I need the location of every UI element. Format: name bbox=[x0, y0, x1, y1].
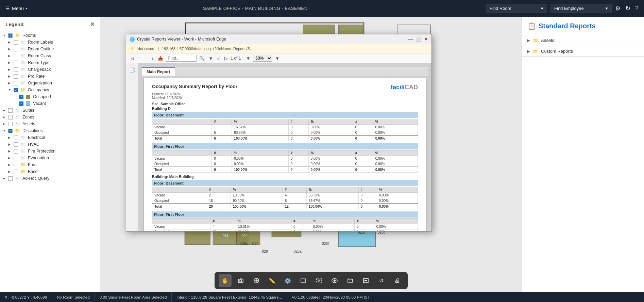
checkbox-icon[interactable] bbox=[14, 67, 18, 72]
cr-find-button[interactable]: 🔍 bbox=[198, 55, 206, 62]
legend-item-suites[interactable]: ▶📁Suites bbox=[0, 107, 100, 114]
svg-text:031: 031 bbox=[223, 234, 229, 238]
refresh-icon[interactable]: ↻ bbox=[625, 5, 630, 12]
reports-icon: 📋 bbox=[527, 22, 536, 30]
checkbox-icon[interactable] bbox=[14, 163, 18, 167]
select-box-button[interactable] bbox=[312, 274, 325, 287]
checkbox-icon[interactable] bbox=[14, 54, 18, 58]
capture-button[interactable] bbox=[344, 274, 357, 287]
custom-reports-group[interactable]: ▶ 📁 Custom Reports bbox=[522, 46, 644, 57]
pan-tool-button[interactable]: ✋ bbox=[219, 274, 232, 287]
cr-page-options-button[interactable]: ▼ bbox=[244, 55, 252, 62]
cr-up-button[interactable]: ↑ bbox=[144, 55, 149, 62]
chevron-icon: ▶ bbox=[8, 136, 12, 139]
cr-find-options-button[interactable]: ▼ bbox=[207, 55, 215, 62]
map-settings-button[interactable]: ⚙️ bbox=[281, 274, 294, 287]
checkbox-icon[interactable] bbox=[8, 176, 13, 181]
menu-button[interactable]: ☰ Menu ▾ bbox=[5, 6, 28, 11]
legend-item-organization[interactable]: ▶📁Organization bbox=[0, 80, 100, 86]
legend-close-button[interactable]: ✕ bbox=[90, 21, 95, 28]
cr-nav-back-button[interactable]: ◁ bbox=[216, 55, 222, 62]
help-icon[interactable]: ? bbox=[635, 5, 639, 12]
legend-item-rooms[interactable]: ▼✓📁Rooms bbox=[0, 32, 100, 39]
legend-item-room-outline[interactable]: ▶📁Room Outline bbox=[0, 46, 100, 52]
tree-item-label: Pro Rate bbox=[28, 74, 45, 79]
draw-button[interactable]: ✏️ bbox=[266, 274, 278, 287]
report-site: Site: Sample Office bbox=[152, 102, 418, 106]
legend-item-occupied[interactable]: ✓Occupied bbox=[0, 93, 100, 100]
legend-item-assets[interactable]: ▶📁Assets bbox=[0, 121, 100, 127]
cr-zoom-options-button[interactable]: ▼ bbox=[274, 55, 281, 62]
camera-button[interactable] bbox=[234, 274, 247, 287]
folder-icon: 📁 bbox=[20, 169, 26, 174]
legend-item-vacant[interactable]: ✓Vacant bbox=[0, 100, 100, 107]
crystal-address-bar: ⚠ Not secure | 192.168.4.57:9000/default… bbox=[126, 44, 431, 53]
coords-segment: X : -0.05272 Y : 4.40596 bbox=[0, 292, 52, 302]
leaf-checkbox[interactable]: ✓ bbox=[19, 101, 23, 106]
legend-item-ad-hoc-query[interactable]: ▶📁Ad-Hoc Query bbox=[0, 175, 100, 182]
cr-print-button[interactable]: 🖨 bbox=[129, 55, 136, 62]
crystal-url: 192.168.4.57:9000/default.aspx?fileName=… bbox=[162, 47, 253, 51]
checkbox-icon[interactable] bbox=[8, 108, 13, 113]
checkbox-icon[interactable] bbox=[8, 115, 13, 120]
cr-export-button[interactable]: 📤 bbox=[156, 55, 165, 62]
main-report-tab[interactable]: Main Report bbox=[142, 67, 175, 76]
checkbox-icon[interactable] bbox=[14, 61, 18, 65]
cr-down-button[interactable]: ↓ bbox=[150, 55, 155, 62]
checkbox-icon[interactable] bbox=[14, 136, 18, 140]
legend-item-evacuation[interactable]: ▶📁Evacuation bbox=[0, 155, 100, 161]
checkbox-icon[interactable] bbox=[14, 156, 18, 160]
checkbox-icon[interactable] bbox=[14, 170, 18, 174]
checkbox-icon[interactable] bbox=[8, 122, 13, 126]
checkbox-icon[interactable] bbox=[14, 149, 18, 154]
checkbox-icon[interactable] bbox=[14, 74, 18, 79]
checkbox-icon[interactable] bbox=[14, 142, 18, 147]
legend-item-hvac[interactable]: ▶📁HVAC bbox=[0, 141, 100, 148]
checkbox-icon[interactable]: ✓ bbox=[8, 129, 13, 133]
app-title: SAMPLE OFFICE - MAIN BUILDING - BASEMENT bbox=[34, 6, 479, 11]
legend-item-furn[interactable]: ▶📁Furn bbox=[0, 161, 100, 168]
cr-find-input[interactable] bbox=[166, 55, 197, 62]
checkbox-icon[interactable] bbox=[14, 81, 18, 85]
cr-nav-forward-button[interactable]: ▷ bbox=[223, 55, 229, 62]
cr-sidebar-toggle-button[interactable]: 📑 bbox=[128, 66, 136, 74]
settings-icon[interactable]: ⚙ bbox=[615, 5, 621, 12]
room-status-segment: No Room Selected bbox=[52, 292, 95, 302]
svg-rect-86 bbox=[301, 279, 306, 282]
legend-item-zones[interactable]: ▶📁Zones bbox=[0, 114, 100, 121]
legend-item-base[interactable]: ▶📁Base bbox=[0, 168, 100, 175]
legend-item-fire-protection[interactable]: ▶📁Fire Protection bbox=[0, 148, 100, 155]
legend-item-room-class[interactable]: ▶📁Room Class bbox=[0, 52, 100, 59]
checkbox-icon[interactable] bbox=[14, 40, 18, 45]
legend-item-occupancy[interactable]: ▼✓📁Occupancy bbox=[0, 86, 100, 93]
chevron-icon: ▼ bbox=[8, 88, 12, 92]
assets-group[interactable]: ▶ 📁 Assets bbox=[522, 35, 644, 46]
legend-item-electrical[interactable]: ▶📁Electrical bbox=[0, 134, 100, 141]
minus-rect-button[interactable] bbox=[359, 274, 372, 287]
cr-zoom-select[interactable]: 50% 75% 100% bbox=[253, 55, 272, 62]
refresh-map-button[interactable]: ↺ bbox=[375, 274, 388, 287]
print-map-button[interactable]: 🖨 bbox=[391, 274, 404, 287]
checkbox-icon[interactable]: ✓ bbox=[14, 88, 18, 92]
legend-item-room-labels[interactable]: ▶📁Room Labels bbox=[0, 39, 100, 46]
chevron-icon: ▶ bbox=[8, 61, 12, 64]
find-employee-dropdown[interactable]: Find Employee ▾ bbox=[550, 4, 612, 13]
cr-refresh-button[interactable]: ↑ bbox=[137, 55, 142, 62]
modal-maximize-button[interactable]: ⬜ bbox=[416, 36, 421, 42]
modal-minimize-button[interactable]: — bbox=[408, 36, 413, 42]
table-row: Occupied3389.19%00.00%00.00% bbox=[152, 229, 418, 232]
crystal-report-content[interactable]: Main Report Occupancy Summary Report by … bbox=[138, 63, 431, 231]
view-button[interactable] bbox=[328, 274, 341, 287]
modal-close-button[interactable]: ✕ bbox=[424, 36, 428, 42]
chevron-icon: ▶ bbox=[8, 156, 12, 160]
legend-item-disciplines[interactable]: ▼✓📁Disciplines bbox=[0, 127, 100, 134]
legend-item-chargeback[interactable]: ▶📁Chargeback bbox=[0, 66, 100, 73]
select-tool-button[interactable] bbox=[250, 274, 263, 287]
leaf-checkbox[interactable]: ✓ bbox=[19, 95, 23, 99]
checkbox-icon[interactable]: ✓ bbox=[8, 33, 13, 38]
legend-item-room-type[interactable]: ▶📁Room Type bbox=[0, 59, 100, 66]
legend-item-pro-rate[interactable]: ▶📁Pro Rate bbox=[0, 73, 100, 80]
rectangle-button[interactable] bbox=[297, 274, 310, 287]
find-room-dropdown[interactable]: Find Room ▾ bbox=[486, 4, 547, 13]
checkbox-icon[interactable] bbox=[14, 47, 18, 51]
